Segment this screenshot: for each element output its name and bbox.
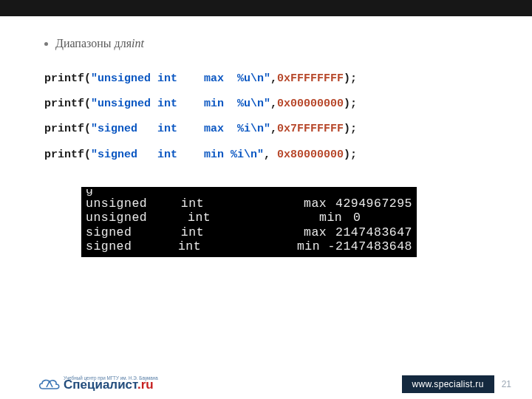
- code-func: printf: [44, 149, 84, 161]
- code-func: printf: [44, 72, 84, 85]
- code-paren-close: );: [344, 72, 357, 85]
- code-paren-open: (: [84, 123, 91, 135]
- console-cell: 0: [353, 211, 361, 225]
- bullet-icon: [44, 42, 48, 46]
- code-func: printf: [44, 98, 84, 110]
- code-block: printf("unsigned int max %u\n",0xFFFFFFF…: [44, 66, 502, 168]
- console-cell: int: [181, 225, 304, 239]
- console-cell: 4294967295: [335, 197, 412, 211]
- cloud-icon: [37, 375, 62, 395]
- code-arg: 0x00000000: [277, 98, 344, 110]
- console-cell: 2147483647: [335, 225, 412, 239]
- console-cell: min: [319, 211, 353, 225]
- top-dark-bar: [0, 0, 532, 16]
- code-line: printf("unsigned int max %u\n",0xFFFFFFF…: [44, 66, 502, 92]
- slide-content: Диапазоны для int printf("unsigned int m…: [44, 37, 502, 257]
- console-cell: signed: [86, 239, 178, 253]
- code-paren-open: (: [84, 98, 91, 110]
- console-cell: max: [304, 225, 335, 239]
- console-cell: unsigned: [86, 211, 188, 225]
- footer-right: www.specialist.ru 21: [402, 375, 512, 393]
- console-row: unsigned int min 0: [86, 211, 412, 225]
- code-comma: ,: [270, 98, 277, 110]
- code-line: printf("unsigned int min %u\n",0x0000000…: [44, 92, 502, 117]
- code-comma: ,: [270, 72, 277, 85]
- console-cell: int: [178, 239, 297, 253]
- console-row: unsigned int max 4294967295: [86, 197, 412, 211]
- code-string: "signed int max %i\n": [91, 123, 270, 135]
- slide-heading: Диапазоны для int: [44, 37, 502, 50]
- code-comma: ,: [270, 123, 277, 135]
- console-row: signed int max 2147483647: [86, 225, 412, 239]
- console-cell: int: [181, 197, 304, 211]
- code-paren-close: );: [344, 98, 357, 110]
- code-paren-close: );: [344, 149, 357, 161]
- console-cell: -2147483648: [328, 239, 412, 253]
- console-cell: max: [304, 197, 335, 211]
- slide-page: Диапазоны для int printf("unsigned int m…: [0, 0, 532, 399]
- heading-italic: int: [132, 37, 144, 50]
- code-func: printf: [44, 123, 84, 135]
- code-string: "signed int min %i\n": [91, 149, 264, 161]
- code-arg: 0x80000000: [277, 149, 344, 161]
- console-row: signed int min -2147483648: [86, 239, 412, 253]
- brand-subtitle: Учебный центр при МГТУ им. Н.Э. Баумана: [64, 375, 158, 381]
- heading-prefix: Диапазоны для: [55, 37, 132, 50]
- code-arg: 0xFFFFFFFF: [277, 72, 344, 85]
- code-string: "unsigned int min %u\n": [91, 98, 270, 110]
- code-paren-open: (: [84, 72, 91, 85]
- console-output: g unsigned int max 4294967295 unsigned i…: [81, 187, 417, 257]
- code-arg: 0x7FFFFFFF: [277, 123, 344, 135]
- console-cell: int: [188, 211, 319, 225]
- code-comma: ,: [264, 149, 277, 161]
- code-paren-open: (: [84, 149, 91, 161]
- console-cell: signed: [86, 225, 181, 239]
- code-line: printf("signed int min %i\n", 0x80000000…: [44, 143, 502, 168]
- page-number: 21: [502, 379, 511, 389]
- code-paren-close: );: [344, 123, 357, 135]
- footer-url: www.specialist.ru: [402, 375, 494, 393]
- code-line: printf("signed int max %i\n",0x7FFFFFFF)…: [44, 117, 502, 142]
- console-cell: unsigned: [86, 197, 181, 211]
- code-string: "unsigned int max %u\n": [91, 72, 270, 85]
- console-cell: min: [297, 239, 328, 253]
- console-cutoff-row: g: [86, 189, 412, 197]
- slide-footer: Специалист.ru Учебный центр при МГТУ им.…: [0, 369, 532, 399]
